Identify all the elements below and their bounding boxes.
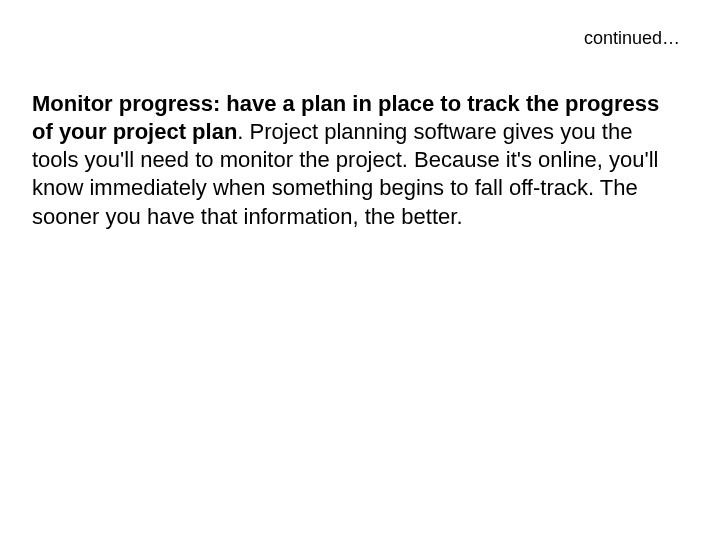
- body-paragraph: Monitor progress: have a plan in place t…: [32, 90, 680, 231]
- continued-marker: continued…: [584, 28, 680, 49]
- continued-text: continued…: [584, 28, 680, 48]
